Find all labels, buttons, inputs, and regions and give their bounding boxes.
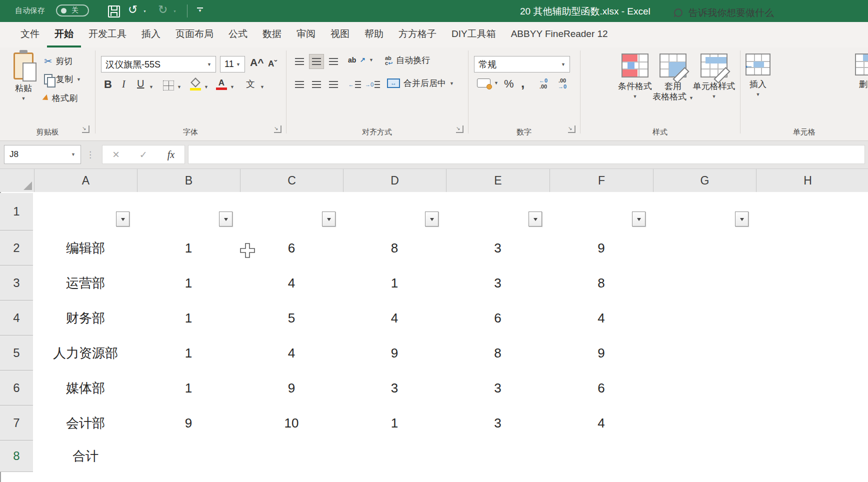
row-header-7[interactable]: 7 [0,406,33,440]
cell-B2[interactable]: 1 [137,230,240,266]
cell-E3[interactable]: 3 [446,266,550,300]
cell-G8[interactable] [653,440,756,472]
increase-font-size-icon[interactable]: A^ [250,56,264,68]
decrease-indent-button[interactable]: ← [347,77,362,92]
borders-dropdown-icon[interactable]: ▼ [177,84,182,90]
column-header-A[interactable]: A [34,169,137,192]
cell-A6[interactable]: 媒体部 [34,370,137,406]
copy-dropdown-icon[interactable]: ▼ [76,77,81,82]
tab-审阅[interactable]: 审阅 [289,22,323,48]
font-name-combo[interactable]: 汉仪旗黑-55S ▼ [101,56,216,72]
undo-dropdown-icon[interactable]: ▼ [143,10,146,13]
cell-B6[interactable]: 1 [137,370,240,406]
comma-style-button[interactable]: , [521,76,524,91]
cell-C6[interactable]: 9 [240,370,343,406]
tab-开发工具[interactable]: 开发工具 [81,22,134,48]
undo-icon[interactable]: ↺ [128,3,138,16]
borders-icon[interactable] [163,80,174,90]
cell-C3[interactable]: 4 [240,266,343,300]
column-header-B[interactable]: B [137,169,240,192]
decrease-decimal-button[interactable]: .00→0 [558,78,566,90]
cell-A2[interactable]: 编辑部 [34,230,137,266]
decrease-font-size-icon[interactable]: Aˇ [268,59,277,69]
filter-button-部门[interactable] [116,212,130,226]
cell-F3[interactable]: 8 [550,266,653,300]
enter-icon[interactable]: ✓ [140,149,148,160]
accounting-dropdown-icon[interactable]: ▼ [494,80,498,86]
cell-G5[interactable] [653,336,756,370]
column-header-H[interactable]: H [756,169,859,192]
cell-D6[interactable]: 3 [343,370,446,406]
tab-ABBYY FineReader 12[interactable]: ABBYY FineReader 12 [504,22,616,48]
filter-button-培训费[interactable] [219,212,232,226]
italic-button[interactable]: I [122,78,126,90]
formula-bar-handle-icon[interactable]: ⋮ [86,150,94,160]
align-top-button[interactable] [292,54,307,69]
font-color-icon[interactable]: BA [216,78,227,90]
orientation-dropdown-icon[interactable]: ▼ [369,58,374,62]
font-color-dropdown-icon[interactable]: ▼ [230,84,234,90]
align-right-button[interactable] [326,77,341,92]
column-header-C[interactable]: C [240,169,343,192]
cell-D2[interactable]: 8 [343,230,446,266]
row-header-8[interactable]: 8 [0,440,33,472]
select-all-corner[interactable] [0,169,34,192]
cell-D7[interactable]: 1 [343,406,446,440]
font-size-combo[interactable]: 11 ▼ [220,56,245,72]
merge-center-button[interactable]: ↔ 合并后居中 ▼ [387,78,454,89]
cell-C8[interactable] [240,440,343,472]
underline-button[interactable]: U [137,78,144,90]
cell-A7[interactable]: 会计部 [34,406,137,440]
fill-color-dropdown-icon[interactable]: ▼ [204,84,208,90]
font-name-dropdown-icon[interactable]: ▼ [207,62,212,67]
increase-indent-button[interactable]: →0 [365,77,380,92]
cell-D8[interactable] [343,440,446,472]
tab-公式[interactable]: 公式 [221,22,255,48]
align-middle-button[interactable] [309,54,324,69]
cell-F6[interactable]: 6 [550,370,653,406]
tab-DIY工具箱[interactable]: DIY工具箱 [444,22,504,48]
formula-input[interactable] [188,145,865,164]
number-format-combo[interactable]: 常规 ▼ [474,56,570,72]
cell-E5[interactable]: 8 [446,336,550,370]
cell-F5[interactable]: 9 [550,336,653,370]
insert-function-icon[interactable]: fx [168,149,174,160]
tell-me-search[interactable]: 告诉我你想要做什么 [674,0,868,26]
accounting-format-button[interactable]: ▼ [477,78,498,88]
cell-A3[interactable]: 运营部 [34,266,137,300]
customize-quick-access-icon[interactable]: ▼ [197,8,203,14]
cell-B8[interactable] [137,440,240,472]
phonetic-dropdown-icon[interactable]: ▼ [260,84,264,90]
delete-cells-button[interactable]: 删除 [850,54,868,90]
cell-D3[interactable]: 1 [343,266,446,300]
cancel-icon[interactable]: × [112,148,120,162]
insert-cells-button[interactable]: ← 插入 ▼ [743,54,773,97]
cell-D4[interactable]: 4 [343,300,446,336]
cell-styles-dropdown-icon[interactable]: ▼ [712,94,716,99]
cell-C5[interactable]: 4 [240,336,343,370]
insert-cells-dropdown-icon[interactable]: ▼ [756,92,760,97]
phonetic-guide-icon[interactable]: 文 [246,78,255,90]
cell-G3[interactable] [653,266,756,300]
paste-button[interactable]: 粘贴 ▼ [7,50,40,101]
fill-color-icon[interactable] [190,78,201,90]
tab-帮助[interactable]: 帮助 [357,22,391,48]
wrap-text-button[interactable]: abc↩ 自动换行 [385,54,430,66]
percent-style-button[interactable]: % [504,78,514,90]
autosave-toggle[interactable]: 关 [56,4,89,16]
filter-button-资料费[interactable] [528,212,542,226]
cell-E4[interactable]: 6 [446,300,550,336]
column-header-F[interactable]: F [550,169,653,192]
filter-button-其他费用[interactable] [632,212,646,226]
conditional-formatting-dropdown-icon[interactable]: ▼ [633,94,638,99]
cell-A8-total[interactable]: 合计 [34,440,137,472]
format-painter-button[interactable]: 格式刷 [44,92,78,104]
tab-页面布局[interactable]: 页面布局 [168,22,221,48]
underline-dropdown-icon[interactable]: ▼ [149,84,154,90]
cell-A5[interactable]: 人力资源部 [34,336,137,370]
cell-F7[interactable]: 4 [550,406,653,440]
name-box[interactable]: J8 ▼ [4,145,81,164]
cell-G4[interactable] [653,300,756,336]
cut-button[interactable]: ✂ 剪切 [44,56,72,67]
cell-styles-button[interactable]: 单元格样式 ▼ [690,54,738,99]
